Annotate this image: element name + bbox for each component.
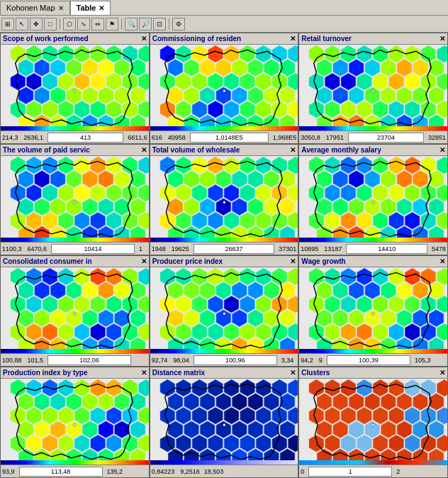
tab-kohonen[interactable]: Kohonen Map ✕	[0, 1, 70, 15]
svg-marker-204	[74, 184, 89, 201]
map-input-commissioning[interactable]	[190, 133, 269, 143]
map-close-scope[interactable]: ✕	[141, 35, 147, 43]
toolbar-settings-btn[interactable]: ⚙	[172, 18, 185, 30]
map-input-consumer[interactable]	[47, 355, 131, 365]
svg-marker-611	[176, 379, 190, 396]
svg-marker-342	[357, 212, 371, 228]
svg-marker-713	[437, 435, 447, 451]
svg-marker-91	[232, 87, 246, 104]
tab-kohonen-close[interactable]: ✕	[58, 4, 64, 12]
map-close-wholesale[interactable]: ✕	[290, 146, 296, 154]
map-input-paid_services[interactable]	[51, 244, 135, 254]
svg-marker-685	[398, 394, 412, 410]
svg-marker-645	[176, 435, 190, 451]
map-title-retail: Retail turnover	[301, 35, 352, 43]
svg-marker-87	[168, 87, 182, 104]
svg-marker-72	[200, 60, 214, 76]
map-input-wage_growth[interactable]	[327, 355, 410, 365]
svg-marker-525	[357, 323, 371, 340]
svg-marker-694	[405, 407, 420, 423]
map-canvas-production	[1, 379, 149, 465]
svg-marker-398	[115, 310, 129, 326]
map-cell-producer: Producer price index✕92,7498,043,34	[150, 255, 299, 367]
svg-marker-20	[59, 73, 73, 89]
toolbar-fit-btn[interactable]: ⊡	[153, 18, 166, 30]
svg-marker-315	[333, 171, 347, 187]
map-close-production[interactable]: ✕	[141, 369, 147, 377]
map-close-producer[interactable]: ✕	[290, 257, 296, 265]
svg-marker-19	[43, 73, 57, 89]
svg-marker-516	[349, 310, 364, 326]
map-header-scope: Scope of work performed✕	[1, 33, 149, 45]
svg-marker-617	[272, 379, 286, 396]
svg-marker-314	[318, 171, 332, 187]
svg-marker-636	[168, 421, 182, 438]
svg-marker-37	[59, 101, 73, 117]
toolbar-zoom-in-btn[interactable]: 🔍	[125, 18, 138, 30]
map-footer-salary: 10895131875478	[299, 242, 447, 255]
svg-marker-280	[192, 212, 206, 228]
map-input-producer[interactable]	[194, 355, 277, 365]
svg-marker-142	[357, 73, 371, 89]
svg-point-182	[372, 89, 375, 92]
svg-marker-389	[107, 296, 121, 312]
svg-marker-188	[91, 157, 105, 173]
map-canvas-wholesale	[150, 156, 298, 242]
map-input-wholesale[interactable]	[194, 244, 275, 254]
toolbar-grid-btn[interactable]: ⊞	[1, 18, 14, 30]
map-close-consumer[interactable]: ✕	[141, 257, 147, 265]
map-close-retail[interactable]: ✕	[439, 35, 445, 43]
map-close-salary[interactable]: ✕	[439, 146, 445, 154]
svg-marker-614	[224, 379, 238, 396]
map-mid-consumer: 101,5	[28, 357, 44, 364]
svg-marker-393	[35, 310, 49, 326]
svg-marker-567	[27, 407, 41, 423]
toolbar-flag-btn[interactable]: ⚑	[106, 18, 118, 30]
svg-marker-591	[139, 435, 149, 451]
map-input-salary[interactable]	[346, 244, 427, 254]
toolbar-zoom-out-btn[interactable]: 🔎	[139, 18, 152, 30]
map-close-wage_growth[interactable]: ✕	[439, 257, 445, 265]
svg-marker-270	[168, 199, 182, 215]
map-input-production[interactable]	[19, 467, 103, 477]
map-input-retail[interactable]	[348, 133, 424, 143]
svg-marker-676	[389, 379, 403, 396]
toolbar-lasso-btn[interactable]: ∿	[77, 18, 90, 30]
svg-marker-205	[91, 184, 105, 201]
map-input-clusters[interactable]	[308, 467, 392, 477]
map-mid-retail: 17951	[326, 134, 344, 141]
toolbar-measure-btn[interactable]: ⇔	[91, 18, 104, 30]
svg-marker-64	[208, 45, 222, 62]
tab-table[interactable]: Table ✕	[70, 1, 111, 15]
map-footer-wholesale: 19481962537301	[150, 242, 298, 255]
svg-marker-97	[192, 101, 206, 117]
map-footer-paid_services: 1100,36470,61	[1, 242, 149, 255]
svg-marker-679	[437, 379, 447, 396]
map-cell-commissioning: Commissioning of residen✕616409581,968E5	[150, 33, 299, 144]
svg-marker-632	[240, 407, 254, 423]
svg-marker-437	[184, 282, 198, 299]
toolbar-move-btn[interactable]: ✥	[30, 18, 43, 30]
toolbar-polygon-btn[interactable]: ⬡	[63, 18, 76, 30]
svg-marker-571	[91, 407, 105, 423]
map-title-consumer: Consolidated consumer in	[3, 257, 92, 265]
svg-marker-263	[192, 184, 206, 201]
svg-marker-576	[35, 421, 49, 438]
map-close-distance[interactable]: ✕	[290, 369, 296, 377]
svg-marker-563	[99, 394, 113, 410]
svg-marker-513	[437, 296, 447, 312]
color-bar-clusters	[299, 460, 447, 465]
svg-marker-439	[216, 282, 230, 299]
map-close-clusters[interactable]: ✕	[439, 369, 445, 377]
map-max-scope: 6611,6	[128, 134, 147, 141]
color-bar-retail	[299, 126, 447, 130]
svg-marker-702	[398, 421, 412, 438]
svg-marker-447	[208, 296, 222, 312]
map-close-commissioning[interactable]: ✕	[290, 35, 296, 43]
map-close-paid_services[interactable]: ✕	[141, 146, 147, 154]
tab-table-close[interactable]: ✕	[99, 4, 104, 12]
toolbar-cursor-btn[interactable]: ↖	[16, 18, 28, 30]
svg-marker-256	[216, 171, 230, 187]
map-input-scope[interactable]	[47, 133, 123, 143]
toolbar-select-btn[interactable]: □	[44, 18, 57, 30]
